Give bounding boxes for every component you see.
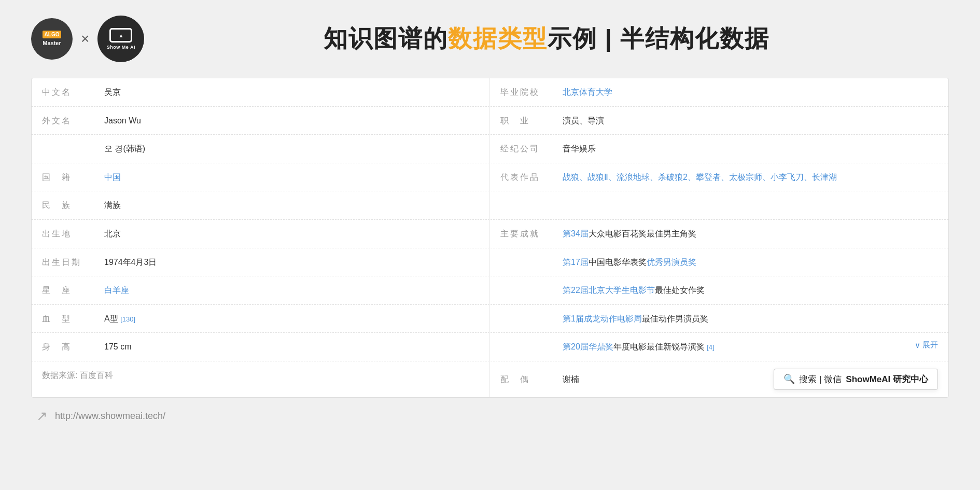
label-zhuяо-chengjiu: 主要成就 [500, 227, 563, 241]
table-row: 外文名 Jason Wu 职 业 演员、导演 [32, 107, 948, 135]
table-row: 星 座 白羊座 第22届北京大学生电影节最佳处女作奖 [32, 276, 948, 305]
table-row: 数据来源: 百度百科 配 偶 谢楠 🔍 搜索 | 微信 ShowMeAI 研究中… [32, 361, 948, 397]
label-datasource: 数据来源: 百度百科 [42, 369, 146, 382]
right-section: 代表作品 战狼、战狼Ⅱ、流浪地球、杀破狼2、攀登者、太极宗师、小李飞刀、长津湖 [490, 163, 948, 191]
value-guoji: 中国 [104, 171, 121, 184]
value-chengjiu3: 第22届北京大学生电影节最佳处女作奖 [563, 284, 705, 297]
header: ALGO Master × Show Me AI 知识图谱的数据类型示例 | 半… [31, 16, 949, 62]
right-section: 第1届成龙动作电影周最佳动作男演员奖 [490, 305, 948, 333]
title-prefix: 知识图谱的 [324, 25, 448, 52]
showme-brand-text: Show Me AI [107, 45, 135, 50]
label-zhongwenming: 中文名 [42, 86, 104, 99]
right-section: 第22届北京大学生电影节最佳处女作奖 [490, 276, 948, 304]
label-xuexing: 血 型 [42, 312, 104, 326]
footer-url: http://www.showmeai.tech/ [55, 411, 165, 422]
left-section: 星 座 白羊座 [32, 276, 490, 304]
table-row: 身 高 175 cm 第20届华鼎奖年度电影最佳新锐导演奖 [4] ∨ 展开 [32, 333, 948, 361]
label-peiou: 配 偶 [500, 373, 563, 386]
algo-text: ALGO [43, 31, 62, 38]
right-section [490, 191, 948, 219]
search-brand: ShowMeAI 研究中心 [846, 373, 928, 385]
value-zhiye: 演员、导演 [563, 114, 604, 128]
table-row: 血 型 A型 [130] 第1届成龙动作电影周最佳动作男演员奖 [32, 305, 948, 333]
footer: ↗ http://www.showmeai.tech/ [31, 408, 949, 424]
left-section: 国 籍 中国 [32, 163, 490, 191]
right-section: 第20届华鼎奖年度电影最佳新锐导演奖 [4] ∨ 展开 [490, 333, 948, 361]
table-row: 出生地 北京 主要成就 第34届大众电影百花奖最佳男主角奖 [32, 220, 948, 248]
chevron-down-icon: ∨ [915, 341, 920, 350]
label-shengao: 身 高 [42, 340, 104, 354]
value-biyeyuanxiao: 北京体育大学 [563, 86, 612, 99]
left-section: 数据来源: 百度百科 [32, 361, 490, 397]
label-chushengrqi: 出生日期 [42, 256, 104, 269]
right-section: 经纪公司 音华娱乐 [490, 135, 948, 163]
label-biyeyuanxiao: 毕业院校 [500, 86, 563, 99]
master-text: Master [43, 39, 61, 47]
right-section: 配 偶 谢楠 🔍 搜索 | 微信 ShowMeAI 研究中心 [490, 361, 948, 397]
label-minzu: 民 族 [42, 199, 104, 212]
left-section: 外文名 Jason Wu [32, 107, 490, 135]
cursor-icon: ↗ [36, 408, 48, 424]
left-section: 出生地 北京 [32, 220, 490, 248]
x-separator: × [81, 31, 89, 47]
table-row: 国 籍 中国 代表作品 战狼、战狼Ⅱ、流浪地球、杀破狼2、攀登者、太极宗师、小李… [32, 163, 948, 192]
title-area: 知识图谱的数据类型示例 | 半结构化数据 [144, 23, 949, 55]
label-waiwenming: 外文名 [42, 114, 104, 128]
label-xingzuo: 星 座 [42, 284, 104, 297]
info-table: 中文名 吴京 毕业院校 北京体育大学 外文名 Jason Wu 职 业 演员、导… [32, 78, 948, 397]
value-chengjiu4: 第1届成龙动作电影周最佳动作男演员奖 [563, 312, 708, 326]
left-section: 오 경(韩语) [32, 135, 490, 163]
label-chushengdi: 出生地 [42, 227, 104, 241]
right-section: 第17届中国电影华表奖优秀男演员奖 [490, 248, 948, 276]
expand-button[interactable]: 展开 [922, 340, 938, 350]
left-section: 身 高 175 cm [32, 333, 490, 361]
showme-icon [109, 28, 132, 43]
value-chushengdi: 北京 [104, 227, 121, 241]
right-section: 职 业 演员、导演 [490, 107, 948, 135]
label-daibiaozuopin: 代表作品 [500, 171, 563, 184]
right-section: 主要成就 第34届大众电影百花奖最佳男主角奖 [490, 220, 948, 248]
main-title: 知识图谱的数据类型示例 | 半结构化数据 [324, 23, 769, 55]
label-jingjigsn: 经纪公司 [500, 142, 563, 156]
value-chengjiu1: 第34届大众电影百花奖最佳男主角奖 [563, 227, 696, 241]
table-row: 出生日期 1974年4月3日 第17届中国电影华表奖优秀男演员奖 [32, 248, 948, 277]
label-guoji: 国 籍 [42, 171, 104, 184]
value-peiou: 谢楠 [563, 373, 579, 386]
title-highlight: 数据类型 [448, 25, 548, 52]
value-korean: 오 경(韩语) [104, 142, 145, 156]
showme-logo: Show Me AI [97, 16, 144, 62]
algo-master-logo: ALGO Master [31, 18, 73, 60]
value-daibiaozuopin: 战狼、战狼Ⅱ、流浪地球、杀破狼2、攀登者、太极宗师、小李飞刀、长津湖 [563, 171, 837, 184]
search-icon: 🔍 [783, 373, 795, 385]
value-waiwenming: Jason Wu [104, 114, 141, 128]
value-xuexing: A型 [130] [104, 312, 135, 326]
search-label: 搜索 | 微信 [799, 373, 842, 385]
value-chengjiu5: 第20届华鼎奖年度电影最佳新锐导演奖 [4] [563, 340, 715, 354]
label-zhiye: 职 业 [500, 114, 563, 128]
value-minzu: 满族 [104, 199, 121, 212]
value-shengao: 175 cm [104, 340, 131, 354]
left-section: 中文名 吴京 [32, 78, 490, 106]
value-xingzuo: 白羊座 [104, 284, 129, 297]
content-card: 中文名 吴京 毕业院校 北京体育大学 外文名 Jason Wu 职 业 演员、导… [31, 78, 949, 398]
left-section: 血 型 A型 [130] [32, 305, 490, 333]
value-zhongwenming: 吴京 [104, 86, 121, 99]
right-section: 毕业院校 北京体育大学 [490, 78, 948, 106]
table-row: 中文名 吴京 毕业院校 北京体育大学 [32, 78, 948, 107]
table-row: 오 경(韩语) 经纪公司 音华娱乐 [32, 135, 948, 163]
value-chushengrqi: 1974年4月3日 [104, 256, 157, 269]
left-section: 民 族 满族 [32, 191, 490, 219]
logo-area: ALGO Master × Show Me AI [31, 16, 144, 62]
table-row: 民 族 满族 [32, 191, 948, 220]
value-jingjigsn: 音华娱乐 [563, 142, 596, 156]
left-section: 出生日期 1974年4月3日 [32, 248, 490, 276]
title-suffix: 示例 | 半结构化数据 [548, 25, 769, 52]
value-chengjiu2: 第17届中国电影华表奖优秀男演员奖 [563, 256, 696, 269]
search-box[interactable]: 🔍 搜索 | 微信 ShowMeAI 研究中心 [774, 369, 938, 390]
